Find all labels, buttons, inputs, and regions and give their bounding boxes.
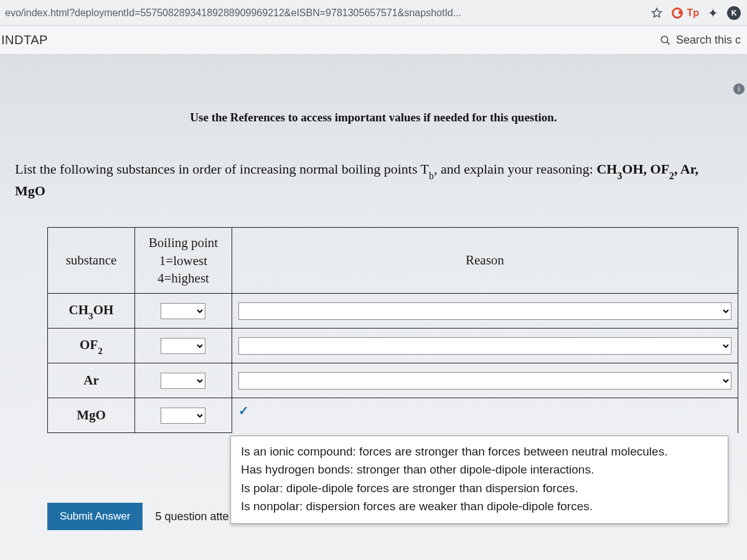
references-hint: Use the References to access important v…	[15, 111, 732, 124]
dropdown-option[interactable]: Has hydrogen bonds: stronger than other …	[241, 460, 718, 478]
extension-tp-icon[interactable]: Tp	[672, 7, 699, 19]
order-select[interactable]	[161, 408, 205, 424]
attempts-remaining-label: 5 question atte	[155, 510, 228, 523]
order-select[interactable]	[161, 303, 205, 319]
submit-answer-button[interactable]: Submit Answer	[47, 503, 143, 530]
reason-select-open[interactable]: ✓	[232, 398, 738, 433]
app-toolbar: INDTAP Search this c	[0, 26, 747, 55]
boiling-point-table: substance Boiling point 1=lowest 4=highe…	[47, 227, 738, 433]
col-header-order: Boiling point 1=lowest 4=highest	[134, 228, 232, 294]
substance-cell: Ar	[48, 363, 135, 398]
search-icon	[660, 35, 671, 46]
table-row: OF2	[48, 329, 738, 363]
extensions-puzzle-icon[interactable]: ✦	[708, 6, 718, 21]
substance-cell: OF2	[48, 329, 135, 363]
order-select[interactable]	[161, 373, 205, 389]
bookmark-star-icon[interactable]	[651, 7, 663, 19]
address-bar-actions: Tp ✦ K	[651, 6, 741, 21]
info-icon[interactable]: i	[733, 83, 745, 95]
footer-row: Submit Answer 5 question atte	[47, 503, 228, 530]
profile-badge-icon[interactable]: K	[727, 6, 741, 20]
question-prompt: List the following substances in order o…	[15, 159, 732, 201]
brand-label: INDTAP	[1, 33, 48, 47]
table-row: MgO ✓	[48, 398, 738, 433]
search-placeholder: Search this c	[676, 34, 741, 47]
col-header-reason: Reason	[232, 228, 738, 294]
table-row: Ar	[48, 363, 738, 398]
reason-select[interactable]	[238, 302, 731, 320]
browser-address-bar: evo/index.html?deploymentId=557508289341…	[0, 0, 747, 26]
dropdown-option[interactable]: Is nonpolar: dispersion forces are weake…	[241, 497, 718, 515]
svg-line-1	[667, 42, 670, 44]
substance-cell: MgO	[48, 398, 135, 433]
col-header-substance: substance	[48, 228, 135, 294]
dropdown-option[interactable]: Is polar: dipole-dipole forces are stron…	[241, 479, 718, 497]
reason-dropdown-listbox[interactable]: Is an ionic compound: forces are stronge…	[230, 436, 728, 524]
table-row: CH3OH	[48, 294, 738, 329]
reason-select[interactable]	[238, 372, 731, 390]
substance-cell: CH3OH	[48, 294, 135, 329]
question-content: Use the References to access important v…	[0, 55, 747, 433]
svg-point-0	[661, 36, 668, 43]
reason-select[interactable]	[238, 337, 731, 355]
url-text: evo/index.html?deploymentId=557508289341…	[5, 7, 644, 19]
order-select[interactable]	[161, 338, 205, 354]
dropdown-option[interactable]: Is an ionic compound: forces are stronge…	[241, 442, 718, 460]
check-icon: ✓	[238, 403, 249, 418]
search-area[interactable]: Search this c	[660, 34, 741, 47]
